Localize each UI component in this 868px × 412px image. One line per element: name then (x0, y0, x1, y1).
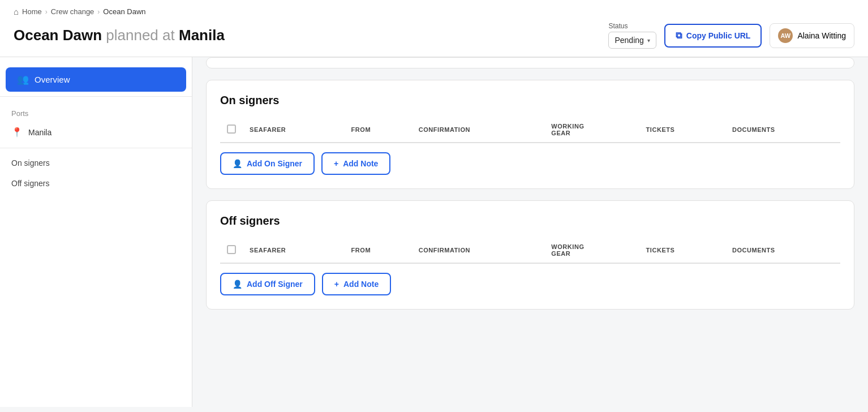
sidebar-divider-2 (0, 148, 192, 148)
off-signers-col-confirmation: CONFIRMATION (412, 238, 545, 263)
copy-url-label: Copy Public URL (686, 31, 751, 40)
status-label: Status (608, 22, 628, 30)
breadcrumb-sep-1: › (45, 8, 48, 16)
breadcrumb-current: Ocean Dawn (103, 7, 145, 16)
add-on-signer-button[interactable]: 👤 Add On Signer (220, 152, 315, 175)
pin-icon: 📍 (11, 127, 23, 138)
sidebar-on-signers-label: On signers (11, 158, 50, 168)
off-signers-table: SEAFARER FROM CONFIRMATION WORKINGGEAR T… (220, 238, 840, 264)
off-signers-col-seafarer: SEAFARER (243, 238, 345, 263)
add-person-off-icon: 👤 (233, 280, 242, 289)
add-on-signer-label: Add On Signer (247, 159, 302, 168)
ship-name: Ocean Dawn (14, 27, 102, 44)
status-value: Pending (615, 36, 643, 45)
header-actions: Status Pending ▾ ⧉ Copy Public URL AW Al… (608, 22, 854, 49)
people-icon: 👥 (17, 74, 29, 85)
off-signers-actions: 👤 Add Off Signer + Add Note (220, 273, 840, 295)
add-off-signer-note-button[interactable]: + Add Note (322, 273, 391, 295)
off-signers-col-documents: DOCUMENTS (725, 238, 840, 263)
sidebar: 👥 Overview Ports 📍 Manila On signers Off… (0, 57, 192, 407)
on-signers-actions: 👤 Add On Signer + Add Note (220, 152, 840, 175)
add-on-signer-note-button[interactable]: + Add Note (321, 152, 390, 175)
on-signers-col-documents: DOCUMENTS (725, 117, 840, 143)
breadcrumb: ⌂ Home › Crew change › Ocean Dawn (14, 7, 854, 16)
off-signers-title: Off signers (220, 214, 840, 228)
sidebar-manila-label: Manila (28, 128, 51, 137)
on-signers-title: On signers (220, 94, 840, 107)
page-title: Ocean Dawn planned at Manila (14, 27, 225, 44)
main-content: On signers SEAFARER FROM CONFIRMATION WO… (192, 57, 868, 407)
off-signers-col-tickets: TICKETS (639, 238, 725, 263)
add-off-signer-button[interactable]: 👤 Add Off Signer (220, 273, 315, 295)
sidebar-divider-1 (0, 96, 192, 97)
off-signers-select-all-checkbox[interactable] (227, 245, 236, 254)
chevron-down-icon: ▾ (647, 37, 650, 44)
breadcrumb-home[interactable]: Home (22, 7, 42, 16)
on-signers-col-from: FROM (345, 117, 412, 143)
avatar: AW (778, 28, 793, 43)
add-person-icon: 👤 (233, 159, 242, 168)
copy-public-url-button[interactable]: ⧉ Copy Public URL (664, 24, 762, 48)
sidebar-item-off-signers[interactable]: Off signers (0, 173, 192, 194)
breadcrumb-sep-2: › (97, 8, 100, 16)
copy-icon: ⧉ (676, 31, 682, 41)
on-signers-col-tickets: TICKETS (639, 117, 725, 143)
sidebar-item-overview[interactable]: 👥 Overview (6, 67, 186, 92)
sidebar-item-manila[interactable]: 📍 Manila (0, 121, 192, 143)
on-signers-table: SEAFARER FROM CONFIRMATION WORKINGGEAR T… (220, 117, 840, 143)
avatar-initials: AW (781, 32, 791, 39)
sidebar-item-on-signers[interactable]: On signers (0, 153, 192, 173)
user-name: Alaina Witting (797, 31, 846, 40)
status-block: Status Pending ▾ (608, 22, 656, 49)
off-signers-col-working-gear: WORKINGGEAR (544, 238, 639, 263)
off-signers-section: Off signers SEAFARER FROM CONFIRMATION W… (206, 200, 854, 310)
plus-icon-off: + (334, 280, 339, 289)
location-name: Manila (179, 27, 225, 44)
status-dropdown[interactable]: Pending ▾ (608, 32, 656, 49)
off-signers-col-from: FROM (345, 238, 412, 263)
planned-at-label: planned at (106, 27, 179, 44)
plus-icon-on: + (334, 159, 338, 168)
add-off-signer-label: Add Off Signer (247, 280, 303, 289)
breadcrumb-crew-change[interactable]: Crew change (51, 7, 94, 16)
sidebar-ports-label: Ports (0, 101, 192, 121)
user-menu-button[interactable]: AW Alaina Witting (770, 23, 854, 48)
on-signers-col-seafarer: SEAFARER (243, 117, 345, 143)
on-signers-col-confirmation: CONFIRMATION (412, 117, 545, 143)
on-signers-col-working-gear: WORKINGGEAR (544, 117, 639, 143)
add-on-note-label: Add Note (343, 159, 378, 168)
top-partial-card (206, 57, 854, 68)
sidebar-overview-label: Overview (35, 75, 70, 84)
add-off-note-label: Add Note (343, 280, 379, 289)
sidebar-off-signers-label: Off signers (11, 179, 49, 188)
on-signers-select-all-checkbox[interactable] (227, 125, 236, 134)
on-signers-section: On signers SEAFARER FROM CONFIRMATION WO… (206, 80, 854, 189)
home-icon: ⌂ (14, 7, 19, 16)
